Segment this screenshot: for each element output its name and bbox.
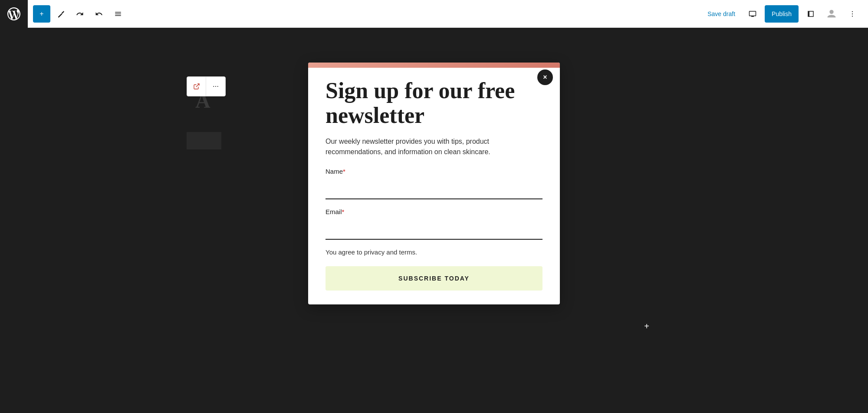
modal-close-button[interactable]: ×	[537, 69, 553, 85]
email-label: Email*	[326, 208, 542, 215]
privacy-text: You agree to privacy and terms.	[326, 248, 542, 256]
add-block-button[interactable]: +	[33, 5, 50, 23]
name-field-group: Name*	[326, 168, 542, 199]
sidebar-icon	[807, 10, 815, 18]
preview-button[interactable]	[744, 5, 761, 23]
more-options-button[interactable]	[844, 5, 861, 23]
redo-icon	[95, 10, 103, 18]
svg-point-1	[852, 11, 853, 12]
wordpress-icon	[6, 6, 22, 22]
sidebar-toggle-button[interactable]	[802, 5, 819, 23]
undo-icon	[76, 10, 84, 18]
modal-add-block-button[interactable]: +	[638, 317, 655, 335]
monitor-icon	[749, 10, 756, 18]
name-input[interactable]	[326, 178, 542, 199]
wp-logo	[0, 0, 28, 28]
list-view-button[interactable]	[109, 5, 127, 23]
svg-point-3	[852, 16, 853, 17]
subscribe-button[interactable]: SUBSCRIBE TODAY	[326, 266, 542, 291]
modal-description: Our weekly newsletter provides you with …	[326, 136, 542, 157]
modal-content: Sign up for our free newsletter Our week…	[308, 68, 560, 304]
edit-icon	[57, 10, 65, 18]
editor-toolbar: + Save draft Publish	[0, 0, 868, 28]
publish-button[interactable]: Publish	[765, 5, 799, 23]
user-avatar-icon	[825, 8, 838, 20]
svg-point-2	[852, 13, 853, 14]
modal-header-bar	[308, 63, 560, 68]
tools-button[interactable]	[52, 5, 69, 23]
email-field-group: Email*	[326, 208, 542, 240]
avatar-button[interactable]	[823, 5, 840, 23]
modal-title: Sign up for our free newsletter	[326, 78, 542, 128]
newsletter-modal: × Sign up for our free newsletter Our we…	[308, 63, 560, 304]
list-view-icon	[114, 10, 122, 18]
svg-point-0	[829, 10, 833, 13]
redo-button[interactable]	[90, 5, 108, 23]
email-input[interactable]	[326, 219, 542, 240]
undo-button[interactable]	[71, 5, 89, 23]
modal-overlay: × Sign up for our free newsletter Our we…	[0, 28, 868, 413]
toolbar-left: +	[7, 0, 127, 28]
more-vertical-icon	[848, 10, 856, 18]
save-draft-button[interactable]: Save draft	[702, 7, 740, 21]
toolbar-right: Save draft Publish	[702, 5, 861, 23]
name-label: Name*	[326, 168, 542, 175]
